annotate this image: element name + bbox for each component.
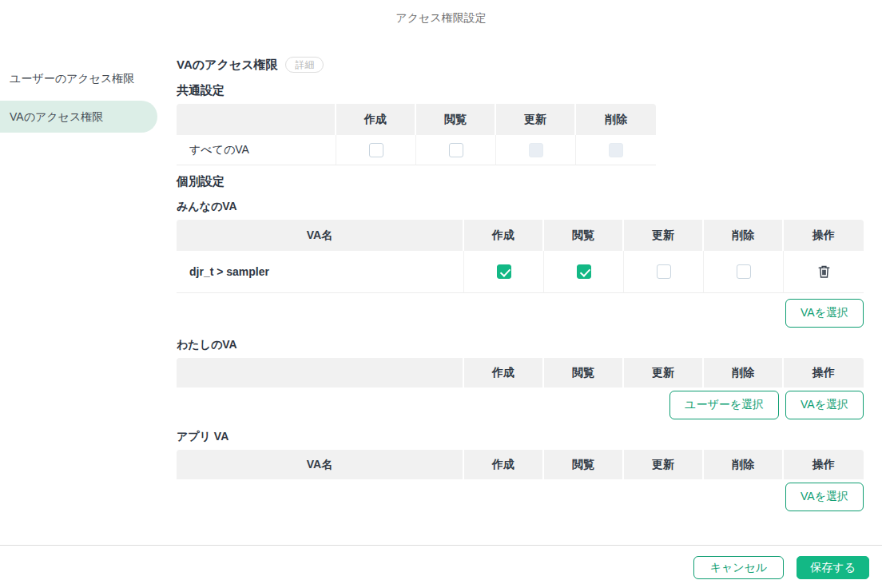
table-row: djr_t > sampler <box>177 251 864 293</box>
footer-divider <box>0 545 882 546</box>
column-header-create: 作成 <box>464 220 544 251</box>
column-header-update: 更新 <box>496 104 576 135</box>
app-va-table: VA名 作成 閲覧 更新 削除 操作 <box>177 450 864 479</box>
select-va-button-app[interactable]: VAを選択 <box>785 483 864 511</box>
cancel-button[interactable]: キャンセル <box>693 556 785 579</box>
main-content: VAのアクセス権限 詳細 共通設定 作成 閲覧 更新 削除 すべてのVA 個別設… <box>177 56 864 511</box>
column-header-delete: 削除 <box>704 220 784 251</box>
column-header-va-name: VA名 <box>177 450 464 479</box>
common-settings-heading: 共通設定 <box>177 83 864 98</box>
select-va-button-watashi[interactable]: VAを選択 <box>785 391 864 419</box>
checkbox-view[interactable] <box>577 264 591 279</box>
select-user-button[interactable]: ユーザーを選択 <box>669 391 779 419</box>
column-header-update: 更新 <box>624 220 704 251</box>
individual-settings-heading: 個別設定 <box>177 174 864 189</box>
row-label-all-va: すべてのVA <box>177 135 336 165</box>
column-header-create: 作成 <box>336 104 416 135</box>
watashi-va-table: 作成 閲覧 更新 削除 操作 <box>177 358 864 387</box>
sidebar: ユーザーのアクセス権限 VAのアクセス権限 <box>0 62 157 133</box>
column-header-view: 閲覧 <box>544 358 624 387</box>
column-header-view: 閲覧 <box>416 104 496 135</box>
table-header-row: 作成 閲覧 更新 削除 操作 <box>177 358 864 387</box>
footer-actions: キャンセル 保存する <box>693 556 869 579</box>
column-header-delete: 削除 <box>704 450 784 479</box>
column-header-empty <box>177 104 336 135</box>
checkbox-view[interactable] <box>449 143 463 157</box>
sidebar-item-va-access[interactable]: VAのアクセス権限 <box>0 101 157 133</box>
checkbox-update[interactable] <box>657 264 671 279</box>
table-header-row: VA名 作成 閲覧 更新 削除 操作 <box>177 450 864 479</box>
page-title: アクセス権限設定 <box>0 11 882 26</box>
column-header-actions: 操作 <box>784 220 864 251</box>
section-title: VAのアクセス権限 <box>177 58 277 73</box>
column-header-empty <box>177 358 464 387</box>
checkbox-create[interactable] <box>497 264 511 279</box>
column-header-view: 閲覧 <box>544 450 624 479</box>
column-header-create: 作成 <box>464 450 544 479</box>
section-title-row: VAのアクセス権限 詳細 <box>177 56 864 74</box>
column-header-actions: 操作 <box>784 358 864 387</box>
detail-badge: 詳細 <box>285 57 324 73</box>
checkbox-create[interactable] <box>369 143 383 157</box>
sidebar-item-user-access[interactable]: ユーザーのアクセス権限 <box>0 62 157 94</box>
checkbox-delete[interactable] <box>737 264 751 279</box>
column-header-delete: 削除 <box>704 358 784 387</box>
trash-icon <box>816 269 832 281</box>
select-va-button-minna[interactable]: VAを選択 <box>785 299 864 328</box>
column-header-delete: 削除 <box>576 104 656 135</box>
minna-va-heading: みんなのVA <box>177 200 864 214</box>
delete-row-button[interactable] <box>815 262 833 280</box>
table-header-row: 作成 閲覧 更新 削除 <box>177 104 656 135</box>
column-header-create: 作成 <box>464 358 544 387</box>
column-header-va-name: VA名 <box>177 220 464 251</box>
table-header-row: VA名 作成 閲覧 更新 削除 操作 <box>177 220 864 251</box>
column-header-actions: 操作 <box>784 450 864 479</box>
checkbox-delete-disabled <box>609 143 623 157</box>
column-header-update: 更新 <box>624 450 704 479</box>
checkbox-update-disabled <box>529 143 543 157</box>
va-name: djr_t > sampler <box>177 251 464 293</box>
save-button[interactable]: 保存する <box>797 556 869 579</box>
column-header-update: 更新 <box>624 358 704 387</box>
watashi-va-heading: わたしのVA <box>177 338 864 352</box>
table-row: すべてのVA <box>177 135 656 165</box>
app-va-heading: アプリ VA <box>177 430 864 444</box>
common-settings-table: 作成 閲覧 更新 削除 すべてのVA <box>177 104 656 165</box>
column-header-view: 閲覧 <box>544 220 624 251</box>
minna-va-table: VA名 作成 閲覧 更新 削除 操作 djr_t > sampler <box>177 220 864 293</box>
